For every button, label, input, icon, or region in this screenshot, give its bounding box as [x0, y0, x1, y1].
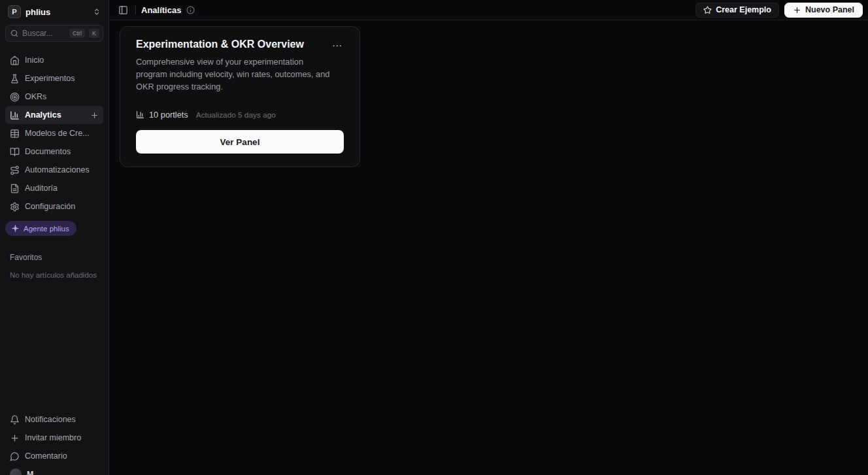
favorites-empty-text: No hay artículos añadidos: [10, 271, 99, 279]
search-placeholder: Buscar...: [22, 29, 65, 38]
home-icon: [10, 56, 20, 65]
user-name: M: [27, 470, 33, 475]
gear-icon: [10, 202, 20, 212]
k-key-badge: K: [89, 29, 99, 38]
topbar-divider: [135, 5, 136, 14]
notifications-button[interactable]: Notificaciones: [5, 410, 103, 429]
sidebar-item-experimentos[interactable]: Experimentos: [5, 69, 103, 88]
sidebar-nav: Inicio Experimentos OKRs Analytics Model…: [5, 51, 103, 216]
workspace-name: phlius: [25, 7, 88, 17]
sidebar-item-automatizaciones[interactable]: Automatizaciones: [5, 161, 103, 179]
favorites-section: Favoritos No hay artículos añadidos: [5, 253, 103, 279]
user-profile-row[interactable]: M: [5, 465, 103, 475]
workspace-switcher[interactable]: P phlius: [5, 4, 103, 20]
plus-icon: [793, 6, 801, 14]
invite-member-button[interactable]: Invitar miembro: [5, 429, 103, 447]
sidebar-item-inicio[interactable]: Inicio: [5, 51, 103, 69]
sidebar-item-documentos[interactable]: Documentos: [5, 142, 103, 161]
sparkles-icon: [11, 224, 20, 233]
sidebar-item-okrs[interactable]: OKRs: [5, 88, 103, 106]
portlets-count: 10 portlets: [136, 110, 188, 120]
page-title: Analíticas: [141, 5, 181, 15]
sidebar: P phlius Buscar... Ctrl K Inicio Experim…: [0, 0, 109, 475]
chevrons-up-down-icon: [93, 8, 101, 16]
dashboard-card: Experimentation & OKR Overview ... Compr…: [120, 26, 360, 167]
sidebar-footer: Notificaciones Invitar miembro Comentari…: [5, 410, 103, 475]
create-example-button[interactable]: Crear Ejemplo: [695, 3, 779, 18]
table-icon: [10, 129, 20, 139]
sidebar-item-auditoria[interactable]: Auditoría: [5, 179, 103, 197]
view-panel-button[interactable]: Ver Panel: [136, 130, 344, 154]
search-input[interactable]: Buscar... Ctrl K: [5, 25, 103, 42]
book-open-icon: [10, 147, 20, 157]
sidebar-item-configuracion[interactable]: Configuración: [5, 197, 103, 216]
target-icon: [10, 92, 20, 102]
sidebar-item-analytics[interactable]: Analytics: [5, 106, 103, 124]
agent-phlius-label: Agente phlius: [24, 225, 69, 233]
bar-chart-icon: [10, 110, 20, 120]
sidebar-item-modelos[interactable]: Modelos de Cre...: [5, 124, 103, 142]
card-menu-button[interactable]: ...: [331, 39, 344, 48]
favorites-title: Favoritos: [10, 253, 99, 262]
topbar: Analíticas Crear Ejemplo Nuevo Panel: [109, 0, 868, 20]
main-area: Analíticas Crear Ejemplo Nuevo Panel Exp…: [109, 0, 868, 475]
search-icon: [10, 29, 18, 37]
new-panel-button[interactable]: Nuevo Panel: [784, 3, 863, 18]
bell-icon: [10, 415, 20, 425]
info-icon[interactable]: [186, 6, 195, 14]
ctrl-key-badge: Ctrl: [69, 29, 85, 38]
updated-timestamp: Actualizado 5 days ago: [196, 110, 276, 120]
message-circle-icon: [10, 451, 20, 461]
app-window: P phlius Buscar... Ctrl K Inicio Experim…: [0, 0, 868, 475]
agent-phlius-button[interactable]: Agente phlius: [5, 221, 76, 236]
card-title: Experimentation & OKR Overview: [136, 39, 331, 50]
route-icon: [10, 165, 20, 175]
card-description: Comprehensive view of your experimentati…: [136, 56, 332, 93]
panel-left-icon: [118, 5, 128, 15]
workspace-logo: P: [8, 5, 21, 18]
bar-chart-icon: [136, 110, 144, 119]
avatar: [10, 468, 22, 475]
dashboard-list: Experimentation & OKR Overview ... Compr…: [109, 20, 868, 173]
file-text-icon: [10, 184, 20, 193]
star-icon: [703, 6, 712, 14]
plus-icon: [10, 433, 20, 443]
flask-icon: [10, 74, 20, 84]
add-analytics-button[interactable]: [90, 111, 99, 120]
comment-button[interactable]: Comentario: [5, 447, 103, 465]
toggle-sidebar-button[interactable]: [116, 3, 130, 17]
